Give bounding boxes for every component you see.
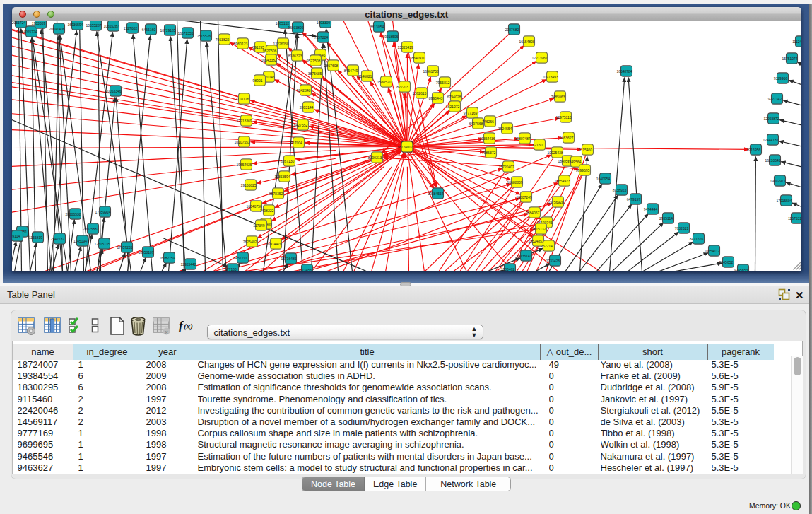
- svg-text:1156819: 1156819: [28, 235, 42, 240]
- svg-text:1112439: 1112439: [792, 40, 801, 44]
- svg-text:7986372: 7986372: [481, 151, 495, 155]
- svg-text:8813054: 8813054: [370, 25, 384, 29]
- svg-text:10807487: 10807487: [514, 136, 530, 141]
- svg-text:19892971: 19892971: [770, 179, 785, 183]
- svg-text:2942737: 2942737: [50, 237, 64, 241]
- svg-text:62160: 62160: [532, 143, 542, 147]
- svg-text:1167531: 1167531: [787, 216, 801, 221]
- svg-text:117349: 117349: [253, 223, 265, 228]
- svg-text:11353594: 11353594: [274, 175, 290, 179]
- svg-text:19756928: 19756928: [548, 200, 563, 204]
- svg-text:8938923: 8938923: [612, 188, 626, 192]
- svg-text:8960123: 8960123: [233, 42, 247, 46]
- svg-text:7663822: 7663822: [215, 37, 229, 42]
- svg-text:746266: 746266: [482, 119, 494, 124]
- svg-text:10654112: 10654112: [704, 249, 719, 253]
- svg-text:16671355: 16671355: [177, 31, 193, 35]
- svg-text:10025438: 10025438: [547, 151, 563, 155]
- svg-text:17359924: 17359924: [95, 210, 110, 214]
- svg-text:1640954: 1640954: [596, 177, 610, 181]
- svg-text:2718176: 2718176: [235, 97, 249, 101]
- svg-text:20364436: 20364436: [479, 136, 495, 141]
- svg-text:1273456: 1273456: [298, 268, 312, 271]
- svg-text:9457791: 9457791: [233, 256, 247, 260]
- svg-text:8454749: 8454749: [343, 69, 358, 73]
- svg-text:16961758: 16961758: [423, 69, 438, 74]
- svg-text:10107553: 10107553: [234, 140, 249, 144]
- svg-text:x: x: [165, 329, 168, 335]
- svg-text:9527508: 9527508: [306, 59, 320, 63]
- svg-text:98901: 98901: [252, 78, 262, 83]
- svg-text:16154808: 16154808: [519, 40, 534, 44]
- svg-text:20691406: 20691406: [49, 27, 64, 31]
- svg-text:1849564: 1849564: [567, 160, 581, 164]
- svg-text:1903309: 1903309: [316, 21, 330, 25]
- svg-text:9115460: 9115460: [578, 148, 592, 152]
- svg-text:9245653: 9245653: [734, 268, 748, 271]
- svg-text:917004: 917004: [290, 141, 302, 145]
- svg-text:16136141: 16136141: [516, 254, 531, 258]
- svg-text:9777169: 9777169: [463, 111, 477, 115]
- svg-text:19384554: 19384554: [428, 192, 443, 196]
- svg-text:18724007: 18724007: [396, 145, 412, 149]
- svg-text:16210643: 16210643: [765, 158, 780, 163]
- svg-text:16033809: 16033809: [288, 25, 303, 30]
- svg-text:1621072: 1621072: [445, 105, 459, 109]
- svg-text:2055724: 2055724: [12, 21, 25, 25]
- svg-text:17016504: 17016504: [776, 199, 792, 203]
- svg-text:8267130: 8267130: [280, 159, 294, 163]
- svg-text:20053346: 20053346: [105, 89, 121, 93]
- svg-text:7485063: 7485063: [551, 95, 565, 99]
- svg-text:7955812: 7955812: [435, 81, 449, 85]
- svg-text:252214: 252214: [541, 244, 553, 248]
- svg-text:18807249: 18807249: [516, 195, 531, 199]
- svg-text:3498222: 3498222: [259, 209, 273, 213]
- svg-text:1362615: 1362615: [412, 91, 426, 95]
- svg-text:23975887: 23975887: [83, 227, 98, 231]
- svg-text:9146821: 9146821: [358, 74, 372, 78]
- svg-text:1615132: 1615132: [531, 227, 546, 231]
- svg-text:(x): (x): [184, 322, 193, 331]
- svg-text:10655287: 10655287: [103, 24, 119, 28]
- svg-text:9474444: 9474444: [643, 207, 657, 211]
- svg-text:18640910: 18640910: [409, 56, 425, 60]
- svg-text:9884067: 9884067: [525, 211, 539, 215]
- svg-text:9699695: 9699695: [575, 168, 589, 173]
- svg-text:1588520: 1588520: [377, 80, 391, 84]
- svg-text:2867608: 2867608: [324, 64, 338, 68]
- svg-text:14055724: 14055724: [21, 30, 37, 34]
- svg-text:7357224: 7357224: [314, 35, 328, 40]
- svg-text:1527602: 1527602: [123, 26, 137, 30]
- svg-text:15751074: 15751074: [782, 57, 797, 61]
- svg-text:6497568: 6497568: [469, 122, 483, 126]
- svg-text:16914479: 16914479: [266, 242, 281, 246]
- svg-text:12093872: 12093872: [763, 117, 779, 121]
- svg-text:2087682: 2087682: [505, 28, 519, 32]
- svg-text:9227342: 9227342: [767, 97, 782, 101]
- svg-text:10688809: 10688809: [507, 180, 522, 185]
- svg-text:12923448: 12923448: [180, 262, 196, 267]
- svg-text:10958107: 10958107: [138, 250, 153, 255]
- svg-text:8186323: 8186323: [288, 54, 302, 58]
- svg-text:13325419: 13325419: [397, 45, 413, 49]
- svg-text:6794028: 6794028: [447, 95, 461, 99]
- svg-text:19654925: 19654925: [236, 163, 252, 167]
- svg-text:10719185: 10719185: [160, 28, 175, 33]
- svg-text:7515526: 7515526: [196, 34, 211, 38]
- svg-text:9527506: 9527506: [262, 49, 276, 53]
- svg-text:1733426: 1733426: [546, 259, 560, 263]
- svg-text:8300213: 8300213: [367, 156, 382, 160]
- svg-text:8215956: 8215956: [746, 148, 760, 152]
- svg-text:8878352: 8878352: [269, 192, 283, 196]
- svg-text:9242848: 9242848: [296, 88, 310, 93]
- svg-text:15716485: 15716485: [281, 257, 296, 261]
- svg-text:19654923: 19654923: [554, 179, 570, 183]
- svg-text:1903509: 1903509: [31, 21, 45, 25]
- svg-text:19166825: 19166825: [240, 183, 256, 187]
- svg-text:822203: 822203: [396, 85, 408, 89]
- svg-text:1145194: 1145194: [73, 239, 86, 243]
- svg-text:16936594: 16936594: [67, 23, 83, 27]
- svg-text:7632621: 7632621: [674, 226, 688, 230]
- svg-text:9463627: 9463627: [559, 136, 573, 140]
- svg-text:6466160: 6466160: [141, 28, 155, 32]
